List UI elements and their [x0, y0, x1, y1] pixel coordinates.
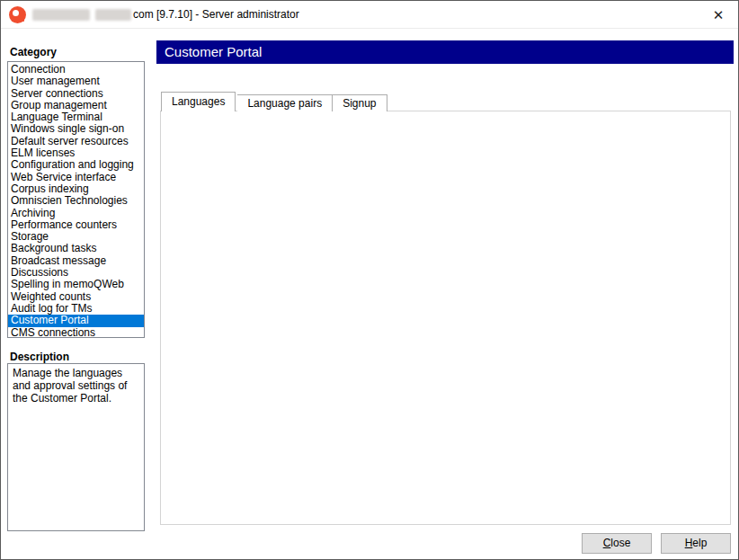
tab[interactable]: Languages	[161, 92, 236, 111]
languages-tab-panel	[160, 111, 731, 525]
category-item[interactable]: Weighted counts	[8, 291, 144, 303]
category-item[interactable]: User management	[8, 76, 144, 87]
page-title: Customer Portal	[156, 40, 734, 64]
close-icon[interactable]: ✕	[708, 6, 728, 24]
category-item[interactable]: ELM licenses	[8, 147, 144, 159]
category-item[interactable]: Spelling in memoQWeb	[8, 279, 144, 290]
category-item[interactable]: Background tasks	[8, 243, 144, 254]
category-item[interactable]: Discussions	[8, 267, 144, 279]
redacted-server-name	[95, 9, 131, 21]
category-item[interactable]: Corpus indexing	[8, 183, 144, 195]
category-item[interactable]: Web Service interface	[8, 172, 144, 183]
tab[interactable]: Language pairs	[237, 94, 333, 111]
category-item[interactable]: Archiving	[8, 208, 144, 219]
category-item[interactable]: Audit log for TMs	[8, 303, 144, 315]
description-text: Manage the languages and approval settin…	[7, 363, 145, 531]
category-item[interactable]: Storage	[8, 231, 144, 243]
category-item[interactable]: Windows single sign-on	[8, 123, 144, 135]
tab[interactable]: Signup	[333, 94, 387, 111]
category-item[interactable]: Configuration and logging	[8, 159, 144, 171]
tab-strip: LanguagesLanguage pairsSignup	[161, 92, 387, 111]
category-item[interactable]: Group management	[8, 100, 144, 111]
window-title: com [9.7.10] - Server administrator	[133, 8, 299, 21]
category-item[interactable]: CMS connections	[8, 327, 144, 338]
close-button[interactable]: Close	[582, 533, 652, 554]
server-administrator-window: com [9.7.10] - Server administrator ✕ Ca…	[0, 0, 739, 560]
title-bar: com [9.7.10] - Server administrator ✕	[1, 1, 738, 29]
category-item[interactable]: Omniscien Technologies	[8, 195, 144, 207]
category-item[interactable]: Performance counters	[8, 219, 144, 231]
category-item[interactable]: Customer Portal	[8, 315, 144, 326]
category-item[interactable]: Broadcast message	[8, 255, 144, 267]
category-item[interactable]: Connection	[8, 64, 144, 76]
description-heading: Description	[10, 351, 69, 363]
category-item[interactable]: Server connections	[8, 88, 144, 100]
category-item[interactable]: Default server resources	[8, 136, 144, 147]
redacted-server-name	[32, 9, 90, 21]
help-button[interactable]: Help	[661, 533, 731, 554]
category-list[interactable]: ConnectionUser managementServer connecti…	[7, 61, 145, 338]
category-item[interactable]: Language Terminal	[8, 111, 144, 123]
memoq-logo-icon	[9, 6, 26, 23]
category-heading: Category	[10, 46, 57, 58]
